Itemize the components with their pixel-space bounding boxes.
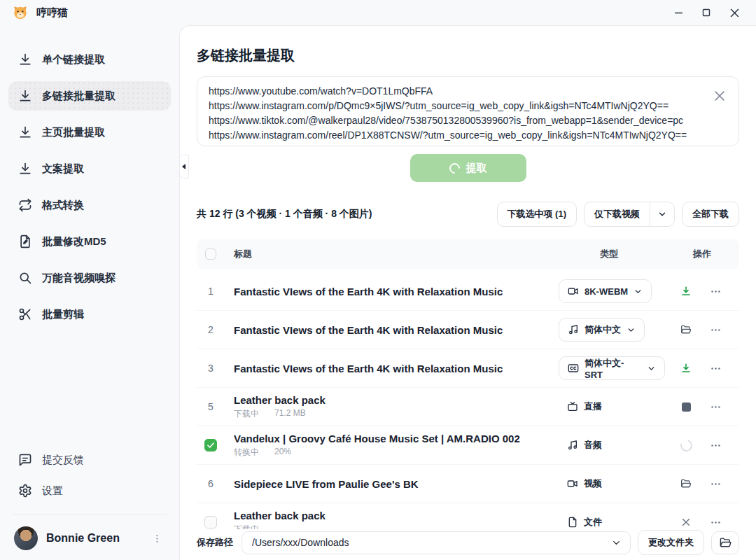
status-value: 71.2 MB [274, 408, 306, 420]
sidebar-item-batch-clip[interactable]: 批量剪辑 [8, 300, 171, 329]
row-more-menu-icon[interactable] [710, 286, 722, 298]
table-row: 3Fantastic VIews of the Earth 4K with Re… [197, 349, 739, 388]
column-header-title: 标题 [225, 248, 553, 260]
row-title: Fantastic VIews of the Earth 4K with Rel… [234, 286, 553, 298]
sidebar-collapse-handle[interactable] [179, 155, 189, 178]
open-folder-row-button[interactable] [679, 477, 693, 491]
sidebar-item-label: 主页批量提取 [42, 126, 105, 139]
type-select[interactable]: 8K-WEBM [559, 279, 652, 303]
row-checkbox[interactable] [204, 516, 217, 528]
close-window-button[interactable] [725, 4, 743, 22]
row-title: Vandelux | Groovy Café House Music Set |… [234, 433, 553, 444]
row-number: 2 [208, 324, 214, 335]
type-label: 文件 [584, 516, 602, 528]
save-path-label: 保存路径 [197, 536, 233, 549]
sidebar-item-homepage-batch-extract[interactable]: 主页批量提取 [8, 118, 171, 147]
app-logo-cat-icon [13, 5, 28, 20]
sidebar-item-format-convert[interactable]: 格式转换 [8, 190, 171, 220]
row-more-menu-icon[interactable] [710, 363, 722, 374]
sidebar-item-multi-link-batch-extract[interactable]: 多链接批量提取 [8, 81, 171, 111]
repeat-icon [18, 198, 32, 212]
download-icon [18, 89, 32, 103]
type-label-group: 文件 [567, 516, 602, 528]
type-label-group: 直播 [567, 400, 602, 413]
change-folder-button[interactable]: 更改文件夹 [638, 530, 704, 555]
list-actions: 下载选中项 (1) 仅下载视频 全部下载 [497, 202, 740, 227]
column-header-actions: 操作 [665, 248, 739, 260]
download-row-button[interactable] [679, 361, 693, 375]
save-path-value: /Users/xxx/Downloads [252, 537, 611, 548]
row-title: Fantastic VIews of the Earth 4K with Rel… [234, 363, 553, 374]
sidebar-item-feedback[interactable]: 提交反馈 [8, 446, 171, 474]
list-header: 共 12 行 (3 个视频 · 1 个音频 · 8 个图片) 下载选中项 (1)… [197, 202, 739, 227]
sidebar-item-batch-md5-edit[interactable]: 批量修改MD5 [8, 227, 171, 256]
sidebar-item-settings[interactable]: 设置 [8, 477, 171, 505]
user-profile[interactable]: Bonnie Green [8, 524, 171, 550]
url-line: https://www.tiktok.com/@walkerpaul28/vid… [209, 113, 702, 128]
column-header-type: 类型 [553, 248, 665, 260]
user-menu-kebab-icon[interactable] [149, 531, 165, 547]
search-icon [18, 271, 32, 285]
url-input[interactable]: https://www.youtube.com/watch?v=DOT1LmQb… [197, 76, 739, 146]
row-number: 5 [208, 401, 214, 412]
results-summary: 共 12 行 (3 个视频 · 1 个音频 · 8 个图片) [197, 208, 372, 220]
window-controls [669, 4, 746, 22]
download-all-button[interactable]: 全部下载 [682, 202, 739, 227]
chevron-down-icon [634, 287, 643, 296]
stop-row-button[interactable] [679, 400, 693, 414]
row-more-menu-icon[interactable] [710, 517, 722, 528]
avatar [14, 526, 38, 550]
table-row: 5Leather back pack 下载中 71.2 MB 直播 [197, 388, 739, 426]
open-folder-row-button[interactable] [679, 323, 693, 337]
video-only-button[interactable]: 仅下载视频 [584, 202, 650, 226]
spinner-icon [447, 160, 461, 175]
row-more-menu-icon[interactable] [710, 440, 722, 451]
minimize-button[interactable] [669, 4, 687, 22]
type-select[interactable]: 简体中文 [559, 318, 645, 342]
maximize-button[interactable] [697, 4, 715, 22]
clear-input-icon[interactable] [710, 87, 729, 105]
file-icon [567, 517, 578, 528]
sidebar-item-label: 格式转换 [42, 199, 84, 212]
open-folder-button[interactable] [711, 531, 739, 554]
select-all-checkbox[interactable] [205, 248, 216, 260]
row-title: Leather back pack [234, 510, 553, 522]
download-selected-button[interactable]: 下载选中项 (1) [497, 202, 578, 227]
cancel-row-button[interactable] [679, 515, 693, 529]
save-path-select[interactable]: /Users/xxx/Downloads [241, 531, 631, 554]
download-icon [18, 125, 32, 139]
row-status: 转换中 20% [234, 447, 553, 458]
row-more-menu-icon[interactable] [710, 401, 722, 413]
url-line: https://www.instagram.com/p/DQmc9×5jIWS/… [209, 99, 702, 113]
chevron-left-icon [182, 164, 186, 169]
table-row: 2Fantastic VIews of the Earth 4K with Re… [197, 311, 739, 349]
row-more-menu-icon[interactable] [710, 324, 722, 336]
cc-icon [568, 363, 579, 374]
download-row-button[interactable] [679, 284, 693, 298]
sidebar: 单个链接提取 多链接批量提取 主页批量提取 文案提取 格式转换 批量修改MD5 … [0, 25, 179, 560]
user-name: Bonnie Green [46, 532, 120, 545]
status-text: 转换中 [234, 447, 259, 458]
results-table: 标题 类型 操作 1Fantastic VIews of the Earth 4… [197, 239, 739, 542]
table-row: Vandelux | Groovy Café House Music Set |… [197, 426, 739, 465]
row-checkbox[interactable] [204, 439, 217, 451]
progress-spinner [679, 438, 693, 452]
status-value: 20% [274, 447, 291, 458]
chevron-down-icon[interactable] [650, 202, 674, 226]
sidebar-item-caption-extract[interactable]: 文案提取 [8, 154, 171, 183]
music-note-icon [568, 324, 579, 335]
type-select[interactable]: 简体中文-SRT [559, 356, 665, 380]
extract-button[interactable]: 提取 [410, 154, 526, 182]
chevron-down-icon [611, 538, 622, 548]
music-note-icon [567, 440, 578, 451]
type-label: 音频 [584, 439, 602, 451]
row-more-menu-icon[interactable] [710, 478, 722, 490]
row-title: Sidepiece LIVE from Paulie Gee's BK [234, 478, 553, 490]
sidebar-item-label: 文案提取 [42, 162, 84, 176]
sidebar-item-media-sniffer[interactable]: 万能音视频嗅探 [8, 263, 171, 293]
tv-icon [567, 401, 578, 412]
sidebar-item-label: 设置 [42, 484, 63, 498]
sidebar-item-single-link-extract[interactable]: 单个链接提取 [8, 45, 171, 74]
row-title: Fantastic VIews of the Earth 4K with Rel… [234, 324, 553, 336]
sidebar-item-label: 批量修改MD5 [42, 235, 106, 248]
